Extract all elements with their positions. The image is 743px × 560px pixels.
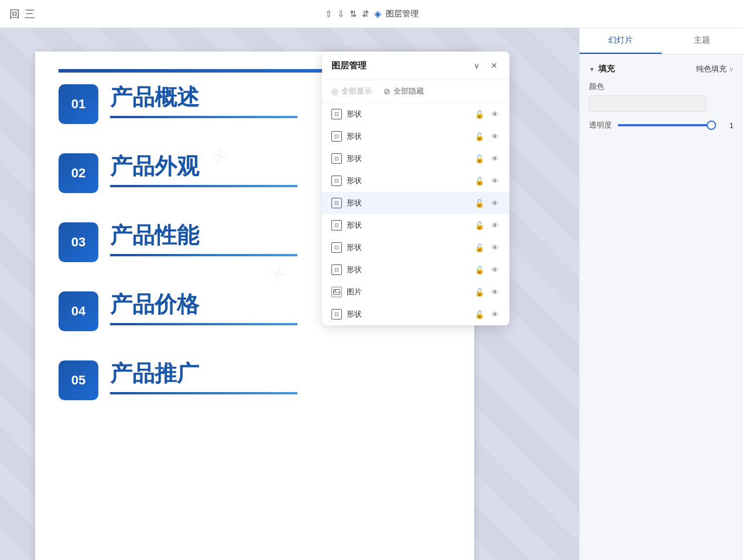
layer-shape-icon-10: ⊡: [331, 309, 342, 319]
layer-item-name-3: 形状: [347, 153, 470, 164]
layer-lock-icon-1[interactable]: 🔓: [474, 109, 485, 119]
layer-actions: ◎ 全部显示 ⊘ 全部隐藏: [322, 80, 509, 103]
layer-item-9[interactable]: 图片 🔓 👁: [322, 281, 509, 303]
layer-shape-icon-2: ⊡: [331, 131, 342, 142]
slide-num-box-3: 03: [59, 222, 98, 262]
hide-all-btn[interactable]: ⊘ 全部隐藏: [384, 86, 424, 97]
layer-shape-icon-8: ⊡: [331, 264, 342, 275]
layer-shape-icon-4: ⊡: [331, 176, 342, 186]
layer-lock-icon-9[interactable]: 🔓: [474, 287, 485, 297]
toolbar-up-icon[interactable]: ⇧: [325, 9, 333, 19]
opacity-row: 透明度 1: [589, 120, 734, 130]
toolbar: 回 三 ⇧ ⇩ ⇅ ⇵ ◈ 图层管理: [0, 0, 743, 28]
layer-item-name-8: 形状: [347, 264, 470, 275]
layer-lock-icon-8[interactable]: 🔓: [474, 264, 485, 275]
layer-eye-icon-5[interactable]: 👁: [489, 198, 500, 208]
layer-list: ⊡ 形状 🔓 👁 ⊡ 形状 🔓 👁 ⊡: [322, 103, 509, 325]
layer-item-1[interactable]: ⊡ 形状 🔓 👁: [322, 103, 509, 125]
layer-lock-icon-3[interactable]: 🔓: [474, 153, 485, 164]
layer-item-name-6: 形状: [347, 220, 470, 231]
eye-slash-icon: ⊘: [384, 87, 391, 96]
layer-eye-icon-4[interactable]: 👁: [489, 176, 500, 186]
layer-lock-icon-6[interactable]: 🔓: [474, 220, 485, 231]
svg-point-1: [334, 290, 335, 291]
layer-lock-icon-2[interactable]: 🔓: [474, 131, 485, 142]
layer-shape-icon-5: ⊡: [331, 198, 342, 208]
slide-item-underline-1: [110, 116, 297, 118]
layer-eye-icon-1[interactable]: 👁: [489, 109, 500, 119]
slide-item-text-5: 产品推广: [110, 360, 451, 394]
slide-item-underline-4: [110, 323, 297, 325]
layer-item-6[interactable]: ⊡ 形状 🔓 👁: [322, 214, 509, 236]
layer-image-icon-9: [331, 287, 342, 297]
layer-eye-icon-9[interactable]: 👁: [489, 287, 500, 297]
toolbar-swap2-icon[interactable]: ⇵: [362, 9, 369, 19]
layer-eye-icon-8[interactable]: 👁: [489, 264, 500, 275]
layer-item-name-9: 图片: [347, 287, 470, 297]
color-label: 颜色: [589, 81, 734, 92]
layer-item-5[interactable]: ⊡ 形状 🔓 👁: [322, 192, 509, 214]
layer-shape-icon-1: ⊡: [331, 109, 342, 119]
layer-item-7[interactable]: ⊡ 形状 🔓 👁: [322, 236, 509, 259]
layer-item-actions-9: 🔓 👁: [474, 287, 500, 297]
layer-lock-icon-7[interactable]: 🔓: [474, 242, 485, 253]
slide-item-underline-2: [110, 185, 297, 187]
hide-all-label: 全部隐藏: [393, 86, 424, 97]
layer-item-3[interactable]: ⊡ 形状 🔓 👁: [322, 147, 509, 170]
layer-item-actions-1: 🔓 👁: [474, 109, 500, 119]
layer-item-name-2: 形状: [347, 131, 470, 142]
layer-panel-close-btn[interactable]: ✕: [488, 60, 500, 71]
toolbar-left-icons: 回 三: [9, 7, 35, 21]
layer-lock-icon-10[interactable]: 🔓: [474, 309, 485, 319]
toolbar-swap-icon[interactable]: ⇅: [350, 9, 357, 19]
tab-slideshow[interactable]: 幻灯片: [580, 28, 662, 54]
slide-item-label-5: 产品推广: [110, 360, 451, 387]
color-swatch[interactable]: [589, 95, 706, 112]
layer-item-actions-4: 🔓 👁: [474, 176, 500, 186]
toolbar-down-icon[interactable]: ⇩: [337, 9, 345, 19]
canvas-area: 01 产品概述 02 产品外观 03: [0, 28, 579, 560]
layer-item-2[interactable]: ⊡ 形状 🔓 👁: [322, 125, 509, 147]
layer-item-name-5: 形状: [347, 198, 470, 208]
opacity-slider[interactable]: [618, 124, 716, 126]
slide-item-underline-5: [110, 392, 297, 394]
main-area: 01 产品概述 02 产品外观 03: [0, 28, 743, 560]
toolbar-layer-label: 图层管理: [386, 9, 419, 19]
color-swatch-row: [589, 95, 734, 112]
layer-panel-collapse-btn[interactable]: ∨: [471, 60, 482, 71]
layer-item-actions-2: 🔓 👁: [474, 131, 500, 142]
tab-theme[interactable]: 主题: [662, 28, 744, 54]
opacity-value: 1: [722, 121, 734, 130]
layer-item-4[interactable]: ⊡ 形状 🔓 👁: [322, 170, 509, 192]
layer-panel-header: 图层管理 ∨ ✕: [322, 51, 509, 80]
slide-item-5[interactable]: 05 产品推广: [59, 360, 451, 400]
layer-eye-icon-6[interactable]: 👁: [489, 220, 500, 231]
layer-item-actions-10: 🔓 👁: [474, 309, 500, 319]
fill-section-header: 填充 纯色填充 ∨: [589, 64, 734, 74]
layer-lock-icon-5[interactable]: 🔓: [474, 198, 485, 208]
layer-eye-icon-10[interactable]: 👁: [489, 309, 500, 319]
layer-eye-icon-2[interactable]: 👁: [489, 131, 500, 142]
fill-type-label: 纯色填充: [696, 64, 727, 74]
color-row: 颜色: [589, 81, 734, 112]
fill-section-title: 填充: [589, 64, 615, 74]
fill-section: 填充 纯色填充 ∨ 颜色 透明度 1: [589, 64, 734, 130]
layer-item-10[interactable]: ⊡ 形状 🔓 👁: [322, 303, 509, 325]
layer-eye-icon-3[interactable]: 👁: [489, 153, 500, 164]
show-all-btn[interactable]: ◎ 全部显示: [331, 86, 372, 97]
toolbar-icon-back[interactable]: 回: [9, 7, 20, 21]
layer-item-name-4: 形状: [347, 176, 470, 186]
toolbar-icon-menu[interactable]: 三: [25, 7, 35, 21]
toolbar-title: ⇧ ⇩ ⇅ ⇵ ◈ 图层管理: [325, 8, 419, 19]
fill-section-value[interactable]: 纯色填充 ∨: [696, 64, 734, 74]
layer-panel: 图层管理 ∨ ✕ ◎ 全部显示 ⊘ 全部隐藏 ⊡: [322, 51, 509, 325]
layer-eye-icon-7[interactable]: 👁: [489, 242, 500, 253]
layer-item-8[interactable]: ⊡ 形状 🔓 👁: [322, 259, 509, 281]
layer-shape-icon-6: ⊡: [331, 220, 342, 231]
layer-item-actions-3: 🔓 👁: [474, 153, 500, 164]
layer-shape-icon-7: ⊡: [331, 242, 342, 253]
layer-lock-icon-4[interactable]: 🔓: [474, 176, 485, 186]
fill-chevron-icon: ∨: [729, 66, 734, 73]
svg-rect-0: [334, 290, 340, 295]
right-panel-content: 填充 纯色填充 ∨ 颜色 透明度 1: [580, 54, 743, 560]
